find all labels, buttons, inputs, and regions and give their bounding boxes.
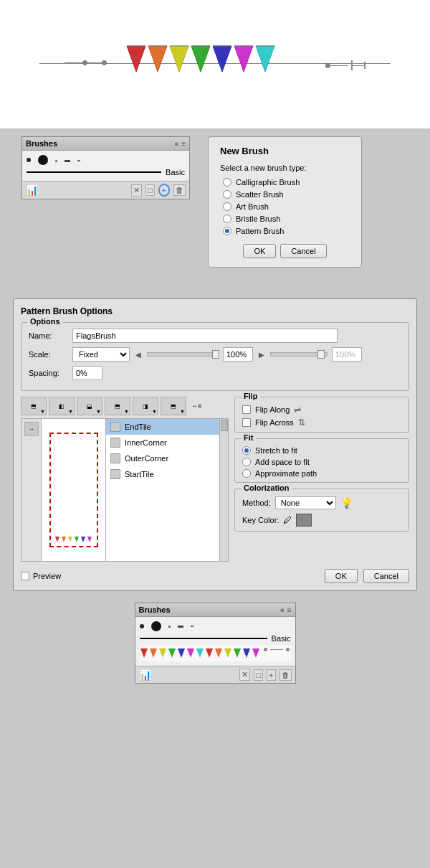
flip-across-checkbox[interactable] — [242, 418, 251, 427]
scroll-thumb — [221, 420, 228, 431]
pb-left-area: ⬒▼ ◧▼ ⬓▼ ⬒▼ ◨▼ ⬒▼ — [21, 397, 229, 562]
scale-slider-2[interactable] — [270, 352, 328, 357]
flag-3 — [168, 43, 190, 75]
new-brush-buttons: OK Cancel — [220, 244, 350, 258]
method-select[interactable]: None — [275, 496, 336, 509]
fb-flag-6 — [186, 648, 195, 659]
graph-icon: 📊 — [26, 184, 38, 196]
bot-new-icon[interactable]: + — [267, 669, 275, 681]
name-input[interactable] — [72, 329, 338, 343]
flip-along-label: Flip Along — [255, 405, 290, 414]
tile-btn-4[interactable]: ⬒▼ — [105, 397, 130, 415]
brush-type-options: Calligraphic Brush Scatter Brush Art Bru… — [220, 178, 350, 235]
radio-scatter[interactable]: Scatter Brush — [223, 190, 350, 199]
flip-group: Flip Flip Along ⇌ Flip Across ⇅ — [234, 397, 409, 433]
scale-slider-thumb-1 — [212, 350, 219, 359]
basic-brush-row: Basic — [27, 168, 185, 176]
fb-flag-5 — [177, 648, 186, 659]
tile-btn-1[interactable]: ⬒▼ — [21, 397, 47, 415]
tile-scrollbar[interactable] — [219, 419, 228, 561]
pb-cancel-button[interactable]: Cancel — [363, 569, 409, 583]
tile-btn-6[interactable]: ⬒▼ — [161, 397, 186, 415]
brush-items-area: Basic — [22, 151, 189, 181]
collapse-icon[interactable]: « — [175, 140, 179, 148]
pb-ok-button[interactable]: OK — [325, 569, 358, 583]
trash-icon[interactable]: 🗑 — [173, 184, 186, 196]
starttile-label: StartTile — [125, 470, 154, 478]
bot-basic-label: Basic — [267, 634, 291, 643]
preview-checkbox[interactable] — [21, 572, 29, 580]
middle-section: Brushes « ≡ Basic 📊 ✕ □ — [0, 129, 430, 294]
radio-art[interactable]: Art Brush — [223, 202, 350, 211]
bottom-panel-title: Brushes — [139, 605, 171, 614]
handle-line-1 — [64, 62, 82, 63]
svg-marker-32 — [252, 648, 259, 658]
flags-container — [125, 43, 276, 75]
pb-dialog-bottom: Preview OK Cancel — [21, 569, 409, 583]
handle-dot-1 — [82, 60, 87, 65]
prev-flag-4 — [74, 536, 80, 543]
tile-item-outercorner[interactable]: OuterCorner — [106, 450, 219, 466]
tile-btn-5[interactable]: ◨▼ — [133, 397, 158, 415]
new-brush-ok-button[interactable]: OK — [243, 244, 276, 258]
prev-flag-1 — [54, 536, 60, 543]
tile-item-starttile[interactable]: StartTile — [106, 466, 219, 482]
approx-radio[interactable] — [242, 469, 251, 478]
flip-across-row: Flip Across ⇅ — [242, 418, 401, 428]
flag-dot-1 — [264, 648, 267, 651]
bottom-menu-icon[interactable]: ≡ — [287, 606, 292, 614]
panel-bottom: 📊 ✕ □ + 🗑 — [22, 181, 189, 199]
radio-calligraphic[interactable]: Calligraphic Brush — [223, 178, 350, 187]
scale-select[interactable]: Fixed — [72, 347, 130, 362]
expand-btn[interactable]: ↔≡ — [191, 402, 201, 410]
svg-marker-30 — [234, 648, 241, 658]
tile-btn-2[interactable]: ◧▼ — [49, 397, 75, 415]
svg-marker-22 — [159, 648, 166, 658]
scale-percent-1[interactable] — [223, 347, 253, 362]
stretch-radio[interactable] — [242, 446, 251, 455]
brush-dash-2 — [64, 160, 70, 162]
bot-x-icon[interactable]: ✕ — [239, 669, 250, 681]
endtile-icon — [110, 422, 120, 432]
flag-line-dots — [264, 648, 290, 651]
radio-bristle[interactable]: Bristle Brush — [223, 214, 350, 223]
scale-slider-1[interactable] — [147, 352, 219, 357]
key-color-swatch[interactable] — [296, 514, 312, 527]
fb-flag-9 — [214, 648, 223, 659]
tile-preview-box — [49, 433, 98, 547]
bottom-brushes-panel: Brushes « ≡ Basic — [135, 603, 296, 684]
scale-label: Scale: — [29, 350, 68, 359]
handle-group-right — [325, 60, 366, 70]
bottom-collapse-icon[interactable]: « — [280, 606, 285, 614]
bot-copy-icon[interactable]: □ — [254, 669, 263, 681]
radio-art-circle — [223, 202, 231, 211]
bottom-brush-dots-row — [140, 621, 291, 631]
spacing-row: Spacing: — [29, 366, 401, 380]
x-icon[interactable]: ✕ — [131, 184, 142, 197]
eyedropper-icon[interactable]: 🖊 — [283, 515, 292, 525]
svg-marker-10 — [234, 46, 253, 72]
new-brush-cancel-button[interactable]: Cancel — [280, 244, 326, 258]
bot-trash-icon[interactable]: 🗑 — [280, 669, 292, 681]
flip-along-row: Flip Along ⇌ — [242, 405, 401, 415]
tile-item-innercorner[interactable]: InnerCorner — [106, 435, 219, 450]
copy-icon[interactable]: □ — [145, 184, 155, 196]
flip-along-checkbox[interactable] — [242, 405, 251, 414]
new-brush-icon[interactable]: + — [158, 184, 170, 197]
tile-sidebar-icon: → — [24, 422, 39, 436]
add-space-radio[interactable] — [242, 458, 251, 466]
menu-icon[interactable]: ≡ — [181, 140, 186, 148]
scale-percent-2[interactable] — [332, 347, 362, 362]
pb-right-area: Flip Flip Along ⇌ Flip Across ⇅ Fit — [234, 397, 409, 562]
spacing-input[interactable] — [72, 366, 102, 380]
tile-item-endtile[interactable]: EndTile — [106, 419, 219, 435]
radio-pattern[interactable]: Pattern Brush — [223, 227, 350, 235]
svg-marker-12 — [256, 46, 274, 72]
radio-scatter-label: Scatter Brush — [236, 190, 284, 199]
radio-art-label: Art Brush — [236, 202, 269, 211]
flag-4 — [190, 43, 211, 75]
fb-flag-13 — [252, 648, 260, 659]
svg-marker-23 — [168, 648, 176, 658]
svg-marker-6 — [191, 46, 210, 72]
tile-btn-3[interactable]: ⬓▼ — [77, 397, 102, 415]
